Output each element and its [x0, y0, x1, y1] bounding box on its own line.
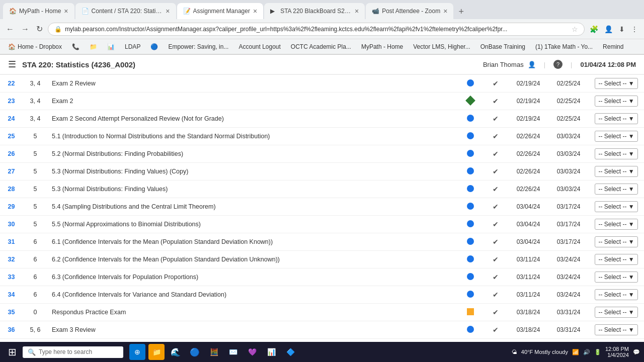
square-amber-icon	[467, 308, 474, 315]
row-status-icon	[458, 321, 483, 339]
check-icon: ✔	[493, 203, 499, 211]
download-button[interactable]: ⬇	[617, 23, 627, 35]
select-button[interactable]: -- Select -- ▼	[595, 254, 637, 265]
row-select[interactable]: -- Select -- ▼	[589, 75, 644, 93]
row-checkmark: ✔	[483, 286, 508, 304]
tab-close-3[interactable]: ×	[253, 7, 257, 15]
row-select[interactable]: -- Select -- ▼	[589, 110, 644, 128]
row-checkmark: ✔	[483, 216, 508, 233]
row-select[interactable]: -- Select -- ▼	[589, 321, 644, 339]
row-select[interactable]: -- Select -- ▼	[589, 286, 644, 304]
row-end-date: 03/17/24	[548, 216, 589, 233]
select-button[interactable]: -- Select -- ▼	[595, 148, 637, 159]
row-select[interactable]: -- Select -- ▼	[589, 145, 644, 163]
select-button[interactable]: -- Select -- ▼	[595, 307, 637, 318]
select-button[interactable]: -- Select -- ▼	[595, 166, 637, 177]
help-icon[interactable]: ?	[553, 60, 562, 69]
select-button[interactable]: -- Select -- ▼	[595, 184, 637, 195]
row-start-date: 02/26/24	[508, 163, 548, 180]
new-tab-button[interactable]: +	[454, 5, 468, 19]
hamburger-icon[interactable]: ☰	[8, 59, 16, 70]
tab-mypath[interactable]: 🏠 MyPath - Home ×	[3, 3, 74, 19]
volume-icon: 🔊	[583, 349, 590, 355]
tab-close-4[interactable]: ×	[355, 7, 359, 15]
select-button[interactable]: -- Select -- ▼	[595, 201, 637, 212]
taskbar-search[interactable]: 🔍 Type here to search	[23, 346, 123, 358]
taskbar-app-extra[interactable]: 🔷	[282, 344, 298, 360]
bookmark-folder[interactable]: 📁	[86, 42, 101, 51]
row-select[interactable]: -- Select -- ▼	[589, 251, 644, 268]
bookmark-ldap[interactable]: LDAP	[121, 42, 144, 51]
bookmark-mypath[interactable]: MyPath - Home	[357, 42, 407, 51]
lock-icon: 🔒	[54, 26, 62, 33]
taskbar-app-explorer[interactable]: 📁	[148, 344, 165, 360]
select-button[interactable]: -- Select -- ▼	[595, 236, 637, 247]
row-select[interactable]: -- Select -- ▼	[589, 339, 644, 340]
bookmark-chart[interactable]: 📊	[103, 42, 119, 51]
extensions-button[interactable]: 🧩	[588, 23, 600, 35]
tab-close-2[interactable]: ×	[166, 7, 170, 15]
assignments-table: 223, 4Exam 2 Review✔02/19/2402/25/24-- S…	[0, 75, 644, 339]
row-select[interactable]: -- Select -- ▼	[589, 128, 644, 145]
bookmark-remind[interactable]: Remind	[599, 42, 627, 51]
back-button[interactable]: ←	[4, 23, 16, 36]
bookmark-octc[interactable]: OCTC Academic Pla...	[287, 42, 355, 51]
start-button[interactable]: ⊞	[4, 344, 21, 360]
menu-button[interactable]: ⋮	[629, 23, 640, 35]
taskbar-app-cortana[interactable]: ⊕	[129, 344, 145, 360]
row-status-icon	[458, 198, 483, 216]
taskbar-app-calc[interactable]: 🧮	[206, 344, 222, 360]
tab-assignment-manager[interactable]: 📝 Assignment Manager ×	[177, 3, 264, 19]
row-select[interactable]: -- Select -- ▼	[589, 233, 644, 251]
browser-chrome: 🏠 MyPath - Home × 📄 Content / STA 220: S…	[0, 0, 644, 55]
select-button[interactable]: -- Select -- ▼	[595, 219, 637, 230]
row-select[interactable]: -- Select -- ▼	[589, 163, 644, 180]
select-button[interactable]: -- Select -- ▼	[595, 324, 637, 335]
check-icon: ✔	[493, 115, 499, 123]
row-select[interactable]: -- Select -- ▼	[589, 198, 644, 216]
profile-button[interactable]: 👤	[602, 23, 615, 35]
row-select[interactable]: -- Select -- ▼	[589, 180, 644, 198]
address-bar[interactable]: 🔒 mylab.pearson.com/Instructor/Assignmen…	[48, 23, 585, 36]
bookmark-1take[interactable]: (1) 1Take Math - Yo...	[531, 42, 597, 51]
row-select[interactable]: -- Select -- ▼	[589, 268, 644, 286]
tab-close-1[interactable]: ×	[64, 7, 68, 15]
select-button[interactable]: -- Select -- ▼	[595, 289, 637, 300]
tab-content[interactable]: 📄 Content / STA 220: Statistics (4... ×	[75, 3, 176, 19]
bookmark-label-mypath: MyPath - Home	[361, 43, 403, 50]
bookmark-blue[interactable]: 🔵	[146, 42, 162, 51]
row-select[interactable]: -- Select -- ▼	[589, 216, 644, 233]
bookmark-vector[interactable]: Vector LMS, Higher...	[409, 42, 474, 51]
reload-button[interactable]: ↻	[34, 22, 45, 36]
select-button[interactable]: -- Select -- ▼	[595, 131, 637, 142]
star-icon[interactable]: ☆	[572, 25, 578, 33]
bookmark-phone[interactable]: 📞	[68, 42, 84, 51]
tab-blackboard[interactable]: ▶ STA 220 BlackBoard S2024 - Yo... ×	[264, 3, 365, 19]
select-button[interactable]: -- Select -- ▼	[595, 113, 637, 124]
row-checkmark: ✔	[483, 339, 508, 340]
select-button[interactable]: -- Select -- ▼	[595, 96, 637, 107]
time-display: 12:08 PM	[605, 346, 629, 352]
taskbar-app-excel[interactable]: 📊	[263, 344, 279, 360]
row-number: 29	[0, 198, 23, 216]
bookmark-empower[interactable]: Empower: Saving, in...	[164, 42, 232, 51]
tab-zoom[interactable]: 📹 Post Attendee - Zoom ×	[366, 3, 453, 19]
row-name: Exam 2 Review	[48, 75, 458, 93]
select-button[interactable]: -- Select -- ▼	[595, 78, 637, 89]
bookmark-onbase[interactable]: OnBase Training	[476, 42, 529, 51]
tab-close-5[interactable]: ×	[443, 7, 447, 15]
row-end-date: 03/24/24	[548, 286, 589, 304]
bookmark-dropbox[interactable]: 🏠 Home - Dropbox	[4, 42, 66, 51]
taskbar-app-chrome[interactable]: 🔵	[187, 344, 203, 360]
taskbar-app-mail[interactable]: ✉️	[225, 344, 241, 360]
forward-button[interactable]: →	[19, 23, 31, 36]
select-button[interactable]: -- Select -- ▼	[595, 272, 637, 283]
taskbar-app-teams[interactable]: 💜	[244, 344, 260, 360]
row-select[interactable]: -- Select -- ▼	[589, 304, 644, 321]
row-checkmark: ✔	[483, 268, 508, 286]
row-select[interactable]: -- Select -- ▼	[589, 93, 644, 110]
user-icon[interactable]: 👤	[528, 61, 536, 68]
taskbar-app-edge[interactable]: 🌊	[168, 344, 184, 360]
notification-icon[interactable]: 💬	[633, 349, 640, 355]
bookmark-logout[interactable]: Account Logout	[234, 42, 284, 51]
